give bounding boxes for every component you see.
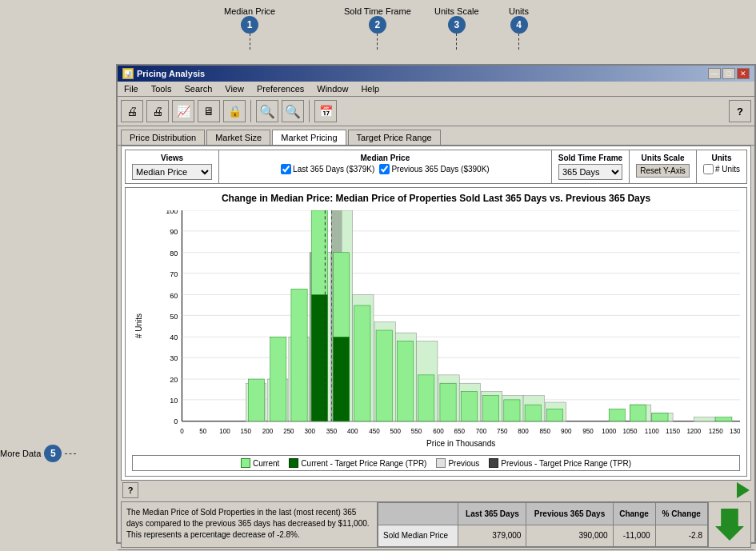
svg-text:80: 80	[170, 250, 178, 258]
chart-svg: 100 90 80 70 60 50 40 30 20 10 0	[150, 210, 740, 450]
views-label: Views	[161, 154, 183, 162]
more-data-annotation: More Data 5	[0, 445, 76, 462]
svg-text:850: 850	[540, 428, 551, 435]
lock-button[interactable]: 🔒	[223, 100, 246, 122]
next-button[interactable]	[737, 482, 750, 498]
calendar-button[interactable]: 📅	[314, 100, 337, 122]
th-empty	[378, 503, 458, 525]
annotation-area: Median Price 1 Sold Time Frame 2 Units S…	[0, 0, 756, 64]
legend-previous-tpr: Previous - Target Price Range (TPR)	[489, 458, 631, 468]
svg-text:700: 700	[476, 428, 487, 435]
svg-text:0: 0	[180, 428, 184, 435]
legend-previous-tpr-box	[489, 458, 498, 468]
table-data-row: Sold Median Price 379,000 390,000 -11,00…	[378, 525, 708, 547]
units-check-input[interactable]	[703, 164, 714, 174]
title-bar: 📊 Pricing Analysis — □ ✕	[118, 66, 754, 82]
sold-time-frame-select[interactable]: 365 Days	[558, 164, 622, 180]
chart-container: # Units	[132, 210, 740, 450]
svg-text:450: 450	[369, 428, 380, 435]
svg-text:1050: 1050	[623, 428, 638, 435]
summary-table: Last 365 Days Previous 365 Days Change %…	[378, 502, 708, 547]
menu-window[interactable]: Window	[314, 83, 351, 94]
svg-text:1150: 1150	[666, 428, 680, 435]
median-price-section: Median Price Last 365 Days ($379K) Previ…	[219, 150, 552, 183]
views-select[interactable]: Median Price	[132, 164, 212, 180]
units-check-label[interactable]: # Units	[703, 164, 740, 174]
tab-price-distribution[interactable]: Price Distribution	[121, 130, 205, 145]
annotation-sold-time-frame: Sold Time Frame 2	[344, 6, 411, 50]
annotation-units-scale: Units Scale 3	[434, 6, 479, 50]
sold-time-frame-section: Sold Time Frame 365 Days	[552, 150, 630, 183]
svg-text:10: 10	[170, 397, 178, 405]
svg-text:60: 60	[170, 292, 178, 300]
window-title: Pricing Analysis	[137, 69, 205, 78]
content-panel: Views Median Price Median Price Last 365…	[121, 146, 751, 481]
chart-legend: Current Current - Target Price Range (TP…	[132, 455, 740, 471]
svg-rect-82	[418, 375, 434, 421]
svg-text:20: 20	[170, 376, 178, 384]
svg-text:350: 350	[326, 428, 338, 435]
toolbar-sep2	[309, 100, 310, 122]
svg-text:100: 100	[166, 210, 178, 215]
svg-text:400: 400	[347, 428, 358, 435]
tab-market-size[interactable]: Market Size	[206, 130, 270, 145]
td-change: -11,000	[613, 525, 655, 547]
svg-text:900: 900	[561, 428, 572, 435]
svg-text:30: 30	[170, 354, 178, 362]
td-prev365: 390,000	[526, 525, 613, 547]
views-section: Views Median Price	[126, 150, 219, 183]
svg-text:500: 500	[390, 428, 402, 435]
help-button[interactable]: ?	[729, 100, 751, 122]
svg-text:150: 150	[241, 428, 252, 435]
check1-input[interactable]	[281, 164, 291, 174]
svg-rect-78	[333, 337, 349, 421]
close-button[interactable]: ✕	[737, 68, 750, 79]
y-axis-label-text: # Units	[134, 313, 143, 338]
svg-text:800: 800	[518, 428, 529, 435]
menu-tools[interactable]: Tools	[148, 83, 175, 94]
svg-rect-85	[483, 396, 499, 421]
check1-label[interactable]: Last 365 Days ($379K)	[281, 164, 374, 174]
svg-text:750: 750	[497, 428, 508, 435]
more-data-button[interactable]: ?	[122, 482, 138, 498]
tab-market-pricing[interactable]: Market Pricing	[272, 130, 346, 145]
units-check-text: # Units	[715, 165, 740, 174]
annotation-circle-5: 5	[44, 445, 62, 462]
legend-current-tpr: Current - Target Price Range (TPR)	[289, 458, 426, 468]
menu-file[interactable]: File	[121, 83, 142, 94]
summary-text: The Median Price of Sold Properties in t…	[122, 502, 378, 547]
menu-help[interactable]: Help	[358, 83, 382, 94]
svg-text:650: 650	[454, 428, 465, 435]
tab-target-price-range[interactable]: Target Price Range	[348, 130, 441, 145]
units-section: Units # Units	[697, 150, 746, 183]
check2-text: Previous 365 Days ($390K)	[391, 165, 489, 174]
search2-button[interactable]: 🔍	[282, 100, 304, 122]
menu-search[interactable]: Search	[181, 83, 215, 94]
legend-previous-box	[436, 458, 446, 468]
check2-input[interactable]	[379, 164, 390, 174]
legend-current-box	[241, 458, 250, 468]
display-button[interactable]: 🖥	[198, 100, 220, 122]
svg-text:0: 0	[174, 417, 178, 425]
svg-text:90: 90	[170, 228, 178, 236]
legend-current: Current	[241, 458, 279, 468]
check2-label[interactable]: Previous 365 Days ($390K)	[379, 164, 489, 174]
maximize-button[interactable]: □	[722, 68, 735, 79]
reset-y-axis-button[interactable]: Reset Y-Axis	[636, 164, 690, 178]
menu-bar: File Tools Search View Preferences Windo…	[118, 82, 754, 97]
toolbar: 🖨 🖨 📈 🖥 🔒 🔍 🔍 📅 ?	[118, 97, 754, 126]
print2-button[interactable]: 🖨	[146, 100, 169, 122]
svg-text:70: 70	[170, 270, 178, 278]
annotation-circle-4: 4	[510, 16, 528, 34]
svg-text:1200: 1200	[686, 428, 701, 435]
minimize-button[interactable]: —	[708, 68, 721, 79]
menu-preferences[interactable]: Preferences	[254, 83, 307, 94]
print-button[interactable]: 🖨	[121, 100, 143, 122]
search1-button[interactable]: 🔍	[256, 100, 278, 122]
svg-rect-84	[461, 392, 477, 421]
check1-text: Last 365 Days ($379K)	[293, 165, 374, 174]
trend-arrow-container	[708, 502, 750, 547]
svg-text:40: 40	[170, 333, 178, 341]
chart-button[interactable]: 📈	[172, 100, 194, 122]
menu-view[interactable]: View	[222, 83, 247, 94]
